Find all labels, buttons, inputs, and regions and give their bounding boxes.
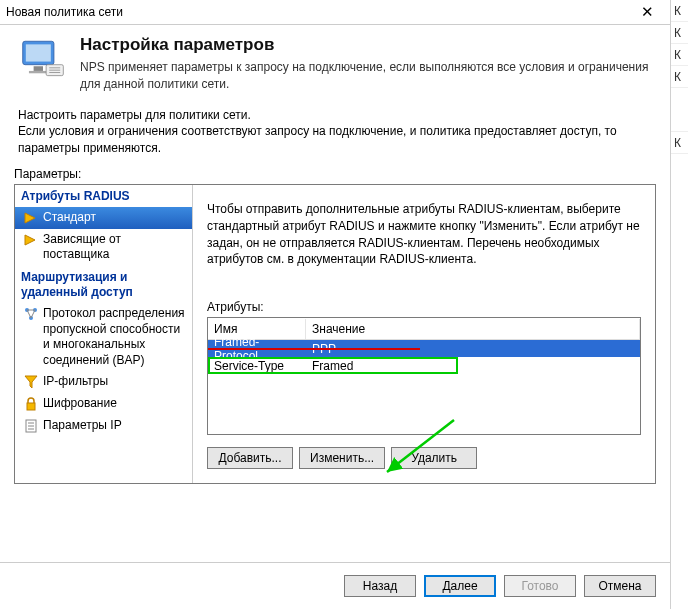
svg-marker-8 xyxy=(25,213,35,223)
back-button[interactable]: Назад xyxy=(344,575,416,597)
attributes-label: Атрибуты: xyxy=(207,300,641,314)
page-subtitle: NPS применяет параметры к запросу на под… xyxy=(80,59,652,93)
cell-value: PPP xyxy=(306,341,640,357)
network-icon xyxy=(23,306,39,322)
sidebar: Атрибуты RADIUS Стандарт Зависящие от по… xyxy=(15,185,193,483)
delete-button[interactable]: Удалить xyxy=(391,447,477,469)
svg-rect-1 xyxy=(26,44,51,61)
arrow-icon xyxy=(23,210,39,226)
background-window-sliver: К К К К К xyxy=(670,0,688,609)
sidebar-item-label: Стандарт xyxy=(43,210,96,226)
add-button[interactable]: Добавить... xyxy=(207,447,293,469)
svg-rect-2 xyxy=(34,66,43,71)
table-row[interactable]: Framed-Protocol PPP xyxy=(208,340,640,357)
cell-name: Service-Type xyxy=(208,358,306,374)
next-button[interactable]: Далее xyxy=(424,575,496,597)
column-value[interactable]: Значение xyxy=(306,319,640,339)
parameters-frame: Атрибуты RADIUS Стандарт Зависящие от по… xyxy=(14,184,656,484)
monitor-icon xyxy=(18,35,68,88)
parameters-label: Параметры: xyxy=(0,167,670,184)
edit-button[interactable]: Изменить... xyxy=(299,447,385,469)
window-title: Новая политика сети xyxy=(6,5,625,19)
cell-value: Framed xyxy=(306,358,640,374)
sidebar-item-ipfilters[interactable]: IP-фильтры xyxy=(15,371,192,393)
page-heading: Настройка параметров xyxy=(80,35,652,55)
table-buttons: Добавить... Изменить... Удалить xyxy=(207,447,641,469)
cancel-button[interactable]: Отмена xyxy=(584,575,656,597)
svg-rect-3 xyxy=(29,71,48,73)
sidebar-group-routing: Маршрутизация и удаленный доступ xyxy=(15,266,192,303)
footer-separator xyxy=(0,562,670,563)
lock-icon xyxy=(23,396,39,412)
sidebar-item-label: IP-фильтры xyxy=(43,374,108,390)
svg-rect-13 xyxy=(27,403,35,410)
document-icon xyxy=(23,418,39,434)
content-pane: Чтобы отправить дополнительные атрибуты … xyxy=(193,185,655,483)
table-row[interactable]: Service-Type Framed xyxy=(208,357,640,374)
sidebar-item-label: Протокол распределения пропускной способ… xyxy=(43,306,186,368)
wizard-footer: Назад Далее Готово Отмена xyxy=(344,575,656,597)
instructions-text: Настроить параметры для политики сети. Е… xyxy=(0,101,670,167)
sidebar-item-ipparams[interactable]: Параметры IP xyxy=(15,415,192,437)
header-text: Настройка параметров NPS применяет парам… xyxy=(80,35,652,93)
sidebar-item-standard[interactable]: Стандарт xyxy=(15,207,192,229)
sidebar-item-vendor[interactable]: Зависящие от поставщика xyxy=(15,229,192,266)
attributes-table[interactable]: Имя Значение Framed-Protocol PPP Service… xyxy=(207,317,641,435)
sidebar-item-bap[interactable]: Протокол распределения пропускной способ… xyxy=(15,303,192,371)
dialog-window: Новая политика сети ✕ Настройка параметр… xyxy=(0,0,670,609)
sidebar-item-encryption[interactable]: Шифрование xyxy=(15,393,192,415)
svg-marker-9 xyxy=(25,235,35,245)
sidebar-item-label: Параметры IP xyxy=(43,418,122,434)
sidebar-group-radius: Атрибуты RADIUS xyxy=(15,185,192,207)
filter-icon xyxy=(23,374,39,390)
sidebar-item-label: Зависящие от поставщика xyxy=(43,232,186,263)
arrow-icon xyxy=(23,232,39,248)
finish-button: Готово xyxy=(504,575,576,597)
content-description: Чтобы отправить дополнительные атрибуты … xyxy=(207,201,641,268)
close-icon[interactable]: ✕ xyxy=(625,0,670,25)
sidebar-item-label: Шифрование xyxy=(43,396,117,412)
titlebar: Новая политика сети ✕ xyxy=(0,0,670,25)
header-pane: Настройка параметров NPS применяет парам… xyxy=(0,25,670,101)
